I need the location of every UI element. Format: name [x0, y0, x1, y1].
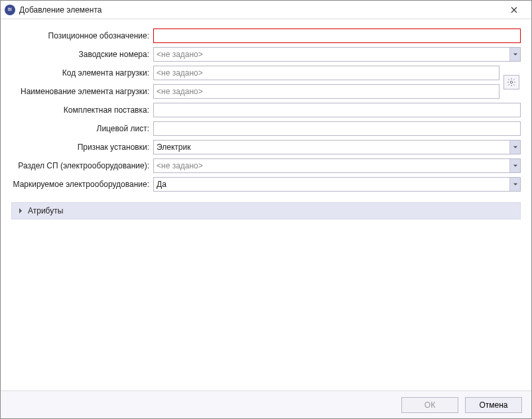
- sp-section-value: <не задано>: [157, 161, 508, 170]
- svg-point-0: [510, 81, 513, 84]
- chevron-right-icon: [17, 208, 24, 214]
- label-load-name: Наименование элемента нагрузки:: [11, 87, 151, 96]
- label-factory-numbers: Заводские номера:: [11, 50, 151, 59]
- factory-numbers-combo[interactable]: <не задано>: [153, 47, 521, 62]
- close-button[interactable]: [501, 1, 527, 19]
- app-icon: ≋: [5, 5, 15, 15]
- sp-section-combo[interactable]: <не задано>: [153, 158, 521, 173]
- factory-numbers-value: <не задано>: [157, 50, 508, 59]
- cancel-button[interactable]: Отмена: [465, 397, 522, 413]
- markable-value: Да: [157, 180, 508, 189]
- close-icon: [511, 7, 517, 13]
- titlebar: ≋ Добавление элемента: [1, 1, 531, 19]
- label-face-sheet: Лицевой лист:: [11, 124, 151, 133]
- pos-designation-input[interactable]: [153, 29, 521, 43]
- gear-icon: [507, 78, 516, 87]
- dropdown-icon: [509, 159, 520, 172]
- install-sign-value: Электрик: [157, 143, 508, 152]
- load-code-input[interactable]: [153, 66, 499, 80]
- label-install-sign: Признак установки:: [11, 143, 151, 152]
- settings-button[interactable]: [503, 75, 519, 90]
- form-grid: Позиционное обозначение: Заводские номер…: [11, 29, 521, 192]
- dropdown-icon: [509, 48, 520, 61]
- supply-set-input[interactable]: [153, 103, 521, 117]
- install-sign-combo[interactable]: Электрик: [153, 140, 521, 154]
- label-supply-set: Комплектная поставка:: [11, 105, 151, 115]
- dropdown-icon: [509, 141, 520, 154]
- label-pos-designation: Позиционное обозначение:: [11, 31, 151, 40]
- label-markable: Маркируемое электрооборудование:: [11, 180, 151, 189]
- dropdown-icon: [509, 178, 520, 191]
- ok-button[interactable]: ОК: [401, 397, 458, 413]
- attributes-accordion[interactable]: Атрибуты: [11, 202, 521, 219]
- label-load-code: Код элемента нагрузки:: [11, 68, 151, 78]
- window-title: Добавление элемента: [19, 5, 501, 15]
- face-sheet-input[interactable]: [153, 121, 521, 136]
- spacer: [11, 219, 521, 385]
- attributes-title: Атрибуты: [28, 206, 63, 215]
- dialog-window: ≋ Добавление элемента Позиционное обозна…: [0, 0, 532, 419]
- dialog-body: Позиционное обозначение: Заводские номер…: [1, 19, 531, 390]
- markable-combo[interactable]: Да: [153, 177, 521, 192]
- dialog-footer: ОК Отмена: [1, 390, 531, 418]
- load-name-input[interactable]: [153, 84, 499, 99]
- label-sp-section: Раздел СП (электрооборудование):: [11, 161, 151, 170]
